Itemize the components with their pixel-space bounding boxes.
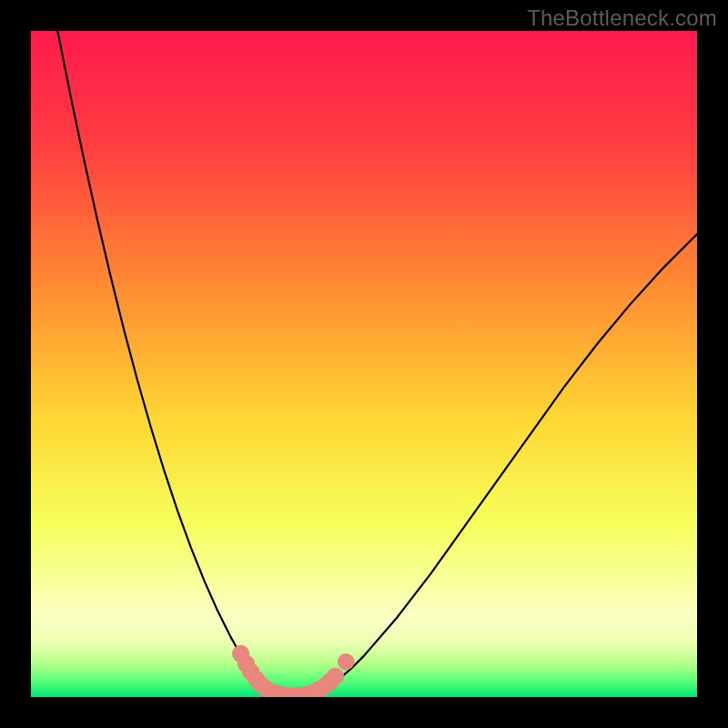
watermark-text: TheBottleneck.com xyxy=(527,5,717,31)
chart-plot-area xyxy=(31,31,697,697)
chart-frame: TheBottleneck.com xyxy=(0,0,728,728)
curve-marker xyxy=(327,668,344,685)
chart-svg xyxy=(31,31,697,697)
chart-background-gradient xyxy=(31,31,697,697)
curve-marker xyxy=(338,653,354,670)
